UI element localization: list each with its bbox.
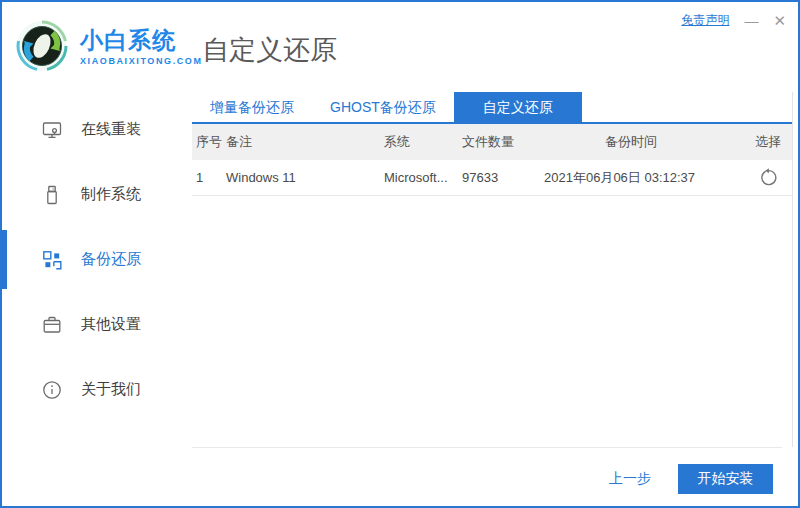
minimize-icon[interactable]: — <box>744 14 758 28</box>
sidebar-item-online-reinstall[interactable]: 在线重装 <box>4 97 190 162</box>
back-button[interactable]: 上一步 <box>609 470 651 488</box>
table-header-row: 序号 备注 系统 文件数量 备份时间 选择 <box>192 124 792 160</box>
footer-divider <box>192 447 782 448</box>
app-logo-icon <box>16 20 68 72</box>
sidebar-item-make-system[interactable]: 制作系统 <box>4 162 190 227</box>
scrollbar-track[interactable] <box>792 92 793 447</box>
col-header-system: 系统 <box>384 133 462 151</box>
col-header-file-count: 文件数量 <box>462 133 544 151</box>
app-window: 小白系统 XIAOBAIXITONG.COM 自定义还原 免责声明 — ✕ 在线… <box>0 0 800 508</box>
brand-domain: XIAOBAIXITONG.COM <box>80 57 203 66</box>
usb-drive-icon <box>42 185 62 205</box>
monitor-icon <box>42 120 62 140</box>
col-header-index: 序号 <box>192 133 226 151</box>
sidebar-item-about-us[interactable]: 关于我们 <box>4 357 190 422</box>
backup-table: 序号 备注 系统 文件数量 备份时间 选择 1 Windows 11 Micro… <box>192 124 792 196</box>
sidebar-item-label: 制作系统 <box>81 185 141 204</box>
footer-actions: 上一步 开始安装 <box>609 464 773 494</box>
col-header-note: 备注 <box>226 133 384 151</box>
backup-tabs: 增量备份还原 GHOST备份还原 自定义还原 <box>192 92 792 124</box>
tab-ghost-backup-restore[interactable]: GHOST备份还原 <box>312 92 454 122</box>
brand-name: 小白系统 <box>80 29 203 52</box>
tab-custom-restore[interactable]: 自定义还原 <box>454 92 582 122</box>
briefcase-icon <box>42 315 62 335</box>
info-circle-icon <box>42 380 62 400</box>
col-header-select: 选择 <box>744 133 792 151</box>
cell-backup-time: 2021年06月06日 03:12:37 <box>544 169 744 187</box>
cell-select <box>744 168 792 188</box>
sidebar-item-label: 备份还原 <box>81 250 141 269</box>
start-install-button[interactable]: 开始安装 <box>678 464 773 494</box>
titlebar-controls: 免责声明 — ✕ <box>681 12 786 29</box>
brand-block: 小白系统 XIAOBAIXITONG.COM <box>80 29 203 66</box>
disclaimer-link[interactable]: 免责声明 <box>681 12 729 29</box>
sidebar-item-backup-restore[interactable]: 备份还原 <box>4 227 190 292</box>
cell-note: Windows 11 <box>226 170 384 185</box>
restore-history-icon[interactable] <box>758 168 778 188</box>
cell-index: 1 <box>192 170 226 185</box>
cell-file-count: 97633 <box>462 170 544 185</box>
sidebar-item-label: 其他设置 <box>81 315 141 334</box>
active-indicator-bar <box>2 230 7 289</box>
grid-blocks-icon <box>42 250 62 270</box>
sidebar-item-other-settings[interactable]: 其他设置 <box>4 292 190 357</box>
close-icon[interactable]: ✕ <box>773 14 786 28</box>
page-title: 自定义还原 <box>202 32 337 68</box>
col-header-backup-time: 备份时间 <box>544 133 744 151</box>
tab-incremental-backup-restore[interactable]: 增量备份还原 <box>192 92 312 122</box>
sidebar: 在线重装 制作系统 <box>4 97 190 422</box>
sidebar-item-label: 在线重装 <box>81 120 141 139</box>
table-row: 1 Windows 11 Microsoft... 97633 2021年06月… <box>192 160 792 196</box>
cell-system: Microsoft... <box>384 170 462 185</box>
sidebar-item-label: 关于我们 <box>81 380 141 399</box>
